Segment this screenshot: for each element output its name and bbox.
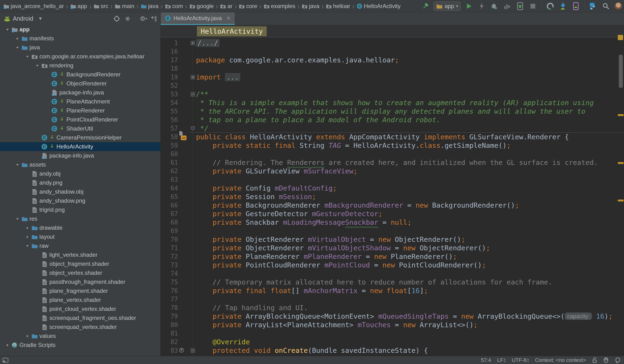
expand-arrow-icon[interactable] — [24, 244, 31, 248]
tree-item-package-info-java[interactable]: Jpackage-info.java — [0, 151, 160, 160]
breadcrumb-item-java[interactable]: java — [141, 3, 158, 9]
code-line-73[interactable]: 73 private PointCloudRenderer mPointClou… — [161, 261, 624, 269]
code-text[interactable]: * tap on a plane to place a 3d model of … — [196, 116, 624, 124]
tree-item-andy-shadow-png[interactable]: andy_shadow.png — [0, 196, 160, 205]
code-text[interactable] — [196, 81, 624, 90]
code-text[interactable] — [196, 269, 624, 278]
code-text[interactable]: private BackgroundRenderer mBackgroundRe… — [196, 201, 624, 209]
expand-arrow-icon[interactable] — [4, 343, 11, 347]
code-text[interactable]: public class HelloArActivity extends App… — [196, 133, 624, 141]
encoding-select[interactable]: UTF-8▴▾ — [512, 357, 529, 363]
warning-stripe-mark[interactable] — [618, 162, 624, 164]
code-text[interactable]: private Snackbar mLoadingMessageSnackbar… — [196, 218, 624, 227]
event-log-icon[interactable] — [615, 357, 621, 363]
breadcrumb-class-chip[interactable]: HelloArActivity — [197, 26, 267, 36]
warning-stripe-mark[interactable] — [618, 114, 624, 116]
code-line-62[interactable]: 62 private GLSurfaceView mSurfaceView; — [161, 167, 624, 175]
stop-button[interactable] — [528, 1, 538, 11]
code-text[interactable] — [196, 295, 624, 304]
layout-inspector-icon[interactable] — [588, 1, 598, 11]
code-line-69[interactable]: 69 — [161, 227, 624, 235]
tree-item-object-vertex-shader[interactable]: object_vertex.shader — [0, 268, 160, 277]
tree-item-res[interactable]: res — [0, 214, 160, 223]
tree-item-assets[interactable]: assets — [0, 160, 160, 169]
breadcrumb-item-main[interactable]: main — [115, 3, 134, 9]
attach-debugger-icon[interactable] — [515, 1, 525, 11]
code-line-83[interactable]: 83 protected void onCreate(Bundle savedI… — [161, 346, 624, 355]
unlock-icon[interactable] — [592, 357, 597, 363]
tree-item-point-cloud-vertex-shader[interactable]: point_cloud_vertex.shader — [0, 304, 160, 313]
code-line-75[interactable]: 75 // Temporary matrix allocated here to… — [161, 278, 624, 286]
code-text[interactable] — [196, 64, 624, 73]
settings-gear-icon[interactable]: ⚙▾ — [140, 15, 147, 22]
tree-item-pointcloudrenderer[interactable]: CPointCloudRenderer — [0, 115, 160, 124]
android-manifest-badge-icon[interactable]: <> — [181, 135, 186, 141]
breadcrumb-item-src[interactable]: src — [94, 3, 108, 9]
project-view-select[interactable]: Android ▼ — [4, 15, 43, 22]
code-text[interactable] — [196, 47, 624, 56]
code-text[interactable] — [196, 175, 624, 184]
code-line-57[interactable]: 57 */ — [161, 124, 624, 133]
hide-panel-icon[interactable] — [151, 15, 158, 22]
tree-item-objectrenderer[interactable]: CObjectRenderer — [0, 79, 160, 88]
tab-helloaractivity[interactable]: C HelloArActivity.java ✕ — [161, 12, 235, 25]
tree-item-helloaractivity[interactable]: CHelloArActivity — [0, 142, 160, 151]
tree-item-planerenderer[interactable]: CPlaneRenderer — [0, 106, 160, 115]
tree-item-andy-shadow-obj[interactable]: andy_shadow.obj — [0, 187, 160, 196]
code-line-63[interactable]: 63 — [161, 175, 624, 184]
breadcrumb-item-java_arcore_hello_ar[interactable]: java_arcore_hello_ar — [3, 3, 64, 9]
code-text[interactable]: @Override — [196, 338, 624, 346]
code-text[interactable]: * This is a simple example that shows ho… — [196, 99, 624, 107]
fold-marker-icon[interactable] — [190, 348, 195, 354]
breadcrumb-item-helloaractivity[interactable]: CHelloArActivity — [357, 3, 401, 9]
breadcrumb-item-java[interactable]: java — [302, 3, 319, 9]
code-line-78[interactable]: 78 // Tap handling and UI. — [161, 304, 624, 312]
user-avatar[interactable] — [614, 2, 623, 10]
profiler-button[interactable] — [502, 1, 512, 11]
breadcrumb-item-com[interactable]: com — [165, 3, 183, 9]
tree-item-rendering[interactable]: rendering — [0, 61, 160, 70]
breadcrumb-item-examples[interactable]: examples — [264, 3, 295, 9]
run-button[interactable] — [464, 1, 474, 11]
sdk-manager-icon[interactable] — [558, 1, 568, 11]
expand-arrow-icon[interactable] — [4, 28, 11, 31]
code-line-16[interactable]: 16 — [161, 47, 624, 56]
warning-stripe-mark[interactable] — [618, 200, 624, 202]
code-line-61[interactable]: 61 // Rendering. The Renderers are creat… — [161, 158, 624, 167]
expand-arrow-icon[interactable] — [24, 235, 31, 239]
expand-arrow-icon[interactable] — [34, 64, 41, 67]
debug-button[interactable] — [490, 1, 499, 11]
code-text[interactable]: private PointCloudRenderer mPointCloud =… — [196, 261, 624, 269]
breadcrumb-item-ar[interactable]: ar — [220, 3, 232, 9]
caret-position[interactable]: 57:4 — [481, 357, 491, 363]
code-line-66[interactable]: 66 private BackgroundRenderer mBackgroun… — [161, 201, 624, 209]
code-line-19[interactable]: 19import ... — [161, 73, 624, 81]
tree-item-screenquad-vertex-shader[interactable]: screenquad_vertex.shader — [0, 322, 160, 332]
scrollbar-thumb[interactable] — [619, 54, 623, 88]
tree-item-planeattachment[interactable]: CPlaneAttachment — [0, 97, 160, 106]
tree-item-com-google-ar-core-examples-java-helloar[interactable]: com.google.ar.core.examples.java.helloar — [0, 52, 160, 61]
tree-item-shaderutil[interactable]: CShaderUtil — [0, 124, 160, 133]
line-ending-select[interactable]: LF▴▾ — [497, 357, 506, 363]
overriding-method-icon[interactable] — [179, 348, 184, 354]
expand-arrow-icon[interactable] — [24, 55, 31, 58]
tree-item-manifests[interactable]: manifests — [0, 34, 160, 43]
code-line-79[interactable]: 79 private ArrayBlockingQueue<MotionEven… — [161, 312, 624, 321]
code-line-17[interactable]: 17package com.google.ar.core.examples.ja… — [161, 56, 624, 64]
tree-item-raw[interactable]: raw — [0, 241, 160, 250]
tree-item-object-fragment-shader[interactable]: object_fragment.shader — [0, 259, 160, 268]
code-line-77[interactable]: 77 — [161, 295, 624, 304]
code-text[interactable] — [196, 329, 624, 338]
code-text[interactable]: package com.google.ar.core.examples.java… — [196, 56, 624, 64]
code-text[interactable]: private PlaneRenderer mPlaneRenderer = n… — [196, 252, 624, 261]
close-icon[interactable]: ✕ — [224, 15, 231, 22]
code-text[interactable]: protected void onCreate(Bundle savedInst… — [196, 346, 624, 355]
code-line-52[interactable]: 52 — [161, 81, 624, 90]
code-line-74[interactable]: 74 — [161, 269, 624, 278]
code-line-71[interactable]: 71 private ObjectRenderer mVirtualObject… — [161, 244, 624, 252]
code-line-70[interactable]: 70 private ObjectRenderer mVirtualObject… — [161, 235, 624, 244]
code-text[interactable] — [196, 150, 624, 158]
collapse-all-icon[interactable] — [124, 15, 131, 22]
code-line-76[interactable]: 76 private final float[] mAnchorMatrix =… — [161, 286, 624, 295]
code-text[interactable]: // Temporary matrix allocated here to re… — [196, 278, 624, 286]
